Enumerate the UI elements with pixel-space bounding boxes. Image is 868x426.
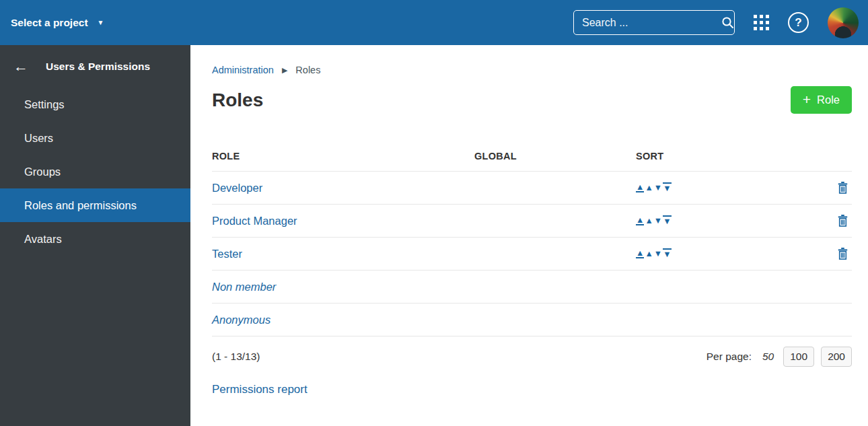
- move-to-bottom-icon[interactable]: ▼: [663, 248, 671, 259]
- search-icon[interactable]: [721, 16, 734, 29]
- topbar-actions: ?: [573, 7, 859, 38]
- sidebar: ← Users & Permissions Settings Users Gro…: [0, 45, 190, 426]
- sort-controls: ▲ ▲ ▼ ▼: [636, 248, 824, 259]
- table-header-row: ROLE GLOBAL SORT: [212, 141, 852, 172]
- breadcrumb: Administration ▶ Roles: [212, 65, 852, 75]
- sidebar-item-avatars[interactable]: Avatars: [0, 222, 190, 256]
- trash-icon: [838, 215, 848, 227]
- sidebar-item-users[interactable]: Users: [0, 121, 190, 155]
- main-content: Administration ▶ Roles Roles + Role ROLE…: [190, 45, 868, 426]
- table-row: Anonymous: [212, 304, 852, 336]
- column-header-sort: SORT: [636, 151, 824, 162]
- sidebar-header: ← Users & Permissions: [0, 45, 190, 87]
- pagination-bar: (1 - 13/13) Per page: 50 100200: [212, 347, 852, 367]
- help-icon: ?: [788, 12, 809, 33]
- permissions-report-link[interactable]: Permissions report: [212, 383, 308, 396]
- help-button[interactable]: ?: [788, 12, 809, 33]
- delete-role-button[interactable]: [838, 215, 848, 227]
- sidebar-item-groups[interactable]: Groups: [0, 155, 190, 188]
- avatar[interactable]: [828, 7, 859, 38]
- sidebar-item-roles-and-permissions[interactable]: Roles and permissions: [0, 188, 190, 222]
- sidebar-item-settings[interactable]: Settings: [0, 87, 190, 121]
- roles-table-body: Developer ▲ ▲ ▼ ▼: [212, 172, 852, 336]
- per-page-100[interactable]: 100: [783, 347, 814, 367]
- per-page-current: 50: [762, 351, 774, 363]
- move-down-icon[interactable]: ▼: [654, 184, 662, 192]
- role-link[interactable]: Tester: [212, 248, 242, 260]
- breadcrumb-roles: Roles: [295, 65, 320, 75]
- move-down-icon[interactable]: ▼: [654, 217, 662, 225]
- sidebar-menu: Settings Users Groups Roles and permissi…: [0, 87, 190, 256]
- role-link[interactable]: Product Manager: [212, 215, 297, 227]
- table-row: Product Manager ▲ ▲ ▼ ▼: [212, 205, 852, 238]
- grid-icon: [754, 15, 769, 30]
- column-header-role: ROLE: [212, 151, 474, 162]
- sidebar-item-label: Settings: [24, 98, 65, 111]
- search-input[interactable]: [582, 17, 721, 29]
- move-up-icon[interactable]: ▲: [645, 250, 653, 258]
- modules-menu-button[interactable]: [754, 15, 769, 30]
- move-to-top-icon[interactable]: ▲: [636, 249, 644, 259]
- back-button[interactable]: ←: [13, 59, 28, 74]
- move-to-top-icon[interactable]: ▲: [636, 216, 644, 226]
- add-role-button[interactable]: + Role: [791, 86, 852, 114]
- move-up-icon[interactable]: ▲: [645, 184, 653, 192]
- title-row: Roles + Role: [212, 86, 852, 114]
- arrow-left-icon: ←: [13, 58, 28, 75]
- delete-role-button[interactable]: [838, 182, 848, 194]
- trash-icon: [838, 182, 848, 194]
- move-to-bottom-icon[interactable]: ▼: [663, 182, 671, 193]
- per-page-label: Per page:: [707, 351, 752, 363]
- table-row: Developer ▲ ▲ ▼ ▼: [212, 172, 852, 205]
- pagination-range: (1 - 13/13): [212, 351, 260, 363]
- role-link[interactable]: Non member: [212, 281, 276, 293]
- sidebar-item-label: Roles and permissions: [24, 199, 137, 212]
- breadcrumb-administration[interactable]: Administration: [212, 65, 274, 75]
- sidebar-title: Users & Permissions: [46, 61, 150, 73]
- sort-controls: ▲ ▲ ▼ ▼: [636, 182, 824, 193]
- move-up-icon[interactable]: ▲: [645, 217, 653, 225]
- plus-icon: +: [803, 92, 811, 106]
- per-page-200[interactable]: 200: [821, 347, 852, 367]
- global-search-box[interactable]: [573, 10, 735, 35]
- trash-icon: [838, 248, 848, 260]
- page-title: Roles: [212, 90, 263, 111]
- add-role-label: Role: [817, 94, 840, 106]
- roles-table: ROLE GLOBAL SORT Developer ▲ ▲ ▼ ▼: [212, 141, 852, 336]
- project-selector-label: Select a project: [11, 17, 88, 29]
- table-row: Tester ▲ ▲ ▼ ▼: [212, 238, 852, 271]
- sort-controls: ▲ ▲ ▼ ▼: [636, 215, 824, 226]
- move-down-icon[interactable]: ▼: [654, 250, 662, 258]
- move-to-top-icon[interactable]: ▲: [636, 183, 644, 193]
- column-header-global: GLOBAL: [474, 151, 636, 162]
- role-link[interactable]: Developer: [212, 182, 262, 194]
- role-link[interactable]: Anonymous: [212, 314, 270, 326]
- move-to-bottom-icon[interactable]: ▼: [663, 215, 671, 226]
- project-selector-button[interactable]: Select a project ▼: [5, 13, 109, 33]
- table-row: Non member: [212, 271, 852, 304]
- sidebar-item-label: Users: [24, 132, 53, 145]
- chevron-down-icon: ▼: [98, 20, 104, 26]
- topbar: Select a project ▼ ?: [0, 0, 868, 45]
- sidebar-item-label: Groups: [24, 166, 61, 178]
- per-page-options: Per page: 50 100200: [707, 347, 852, 367]
- delete-role-button[interactable]: [838, 248, 848, 260]
- sidebar-item-label: Avatars: [24, 233, 62, 246]
- chevron-right-icon: ▶: [282, 66, 287, 75]
